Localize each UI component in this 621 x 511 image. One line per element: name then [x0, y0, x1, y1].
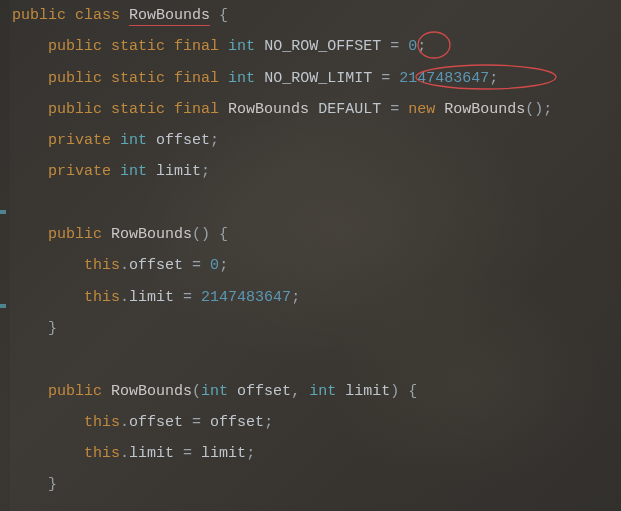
equals-op: =	[183, 445, 192, 462]
paren-open: (	[525, 101, 534, 118]
dot: .	[120, 414, 129, 431]
semicolon: ;	[291, 289, 300, 306]
comma: ,	[291, 383, 300, 400]
dot: .	[120, 445, 129, 462]
keyword-static: static	[111, 70, 165, 87]
type-int: int	[201, 383, 228, 400]
equals-op: =	[390, 101, 399, 118]
equals-op: =	[183, 289, 192, 306]
type-int: int	[228, 70, 255, 87]
literal-intmax: 2147483647	[399, 70, 489, 87]
keyword-private: private	[48, 132, 111, 149]
param-limit: limit	[201, 445, 246, 462]
ctor-rowbounds: RowBounds	[444, 101, 525, 118]
field-offset: offset	[156, 132, 210, 149]
classname-rowbounds: RowBounds	[129, 7, 210, 26]
paren-close: )	[390, 383, 399, 400]
keyword-final: final	[174, 70, 219, 87]
semicolon: ;	[264, 414, 273, 431]
type-int: int	[120, 132, 147, 149]
keyword-public: public	[48, 226, 102, 243]
semicolon: ;	[417, 38, 426, 55]
field-offset: offset	[129, 414, 183, 431]
keyword-public: public	[12, 7, 66, 24]
keyword-public: public	[48, 383, 102, 400]
equals-op: =	[381, 70, 390, 87]
semicolon: ;	[210, 132, 219, 149]
field-limit: limit	[156, 163, 201, 180]
dot: .	[120, 289, 129, 306]
param-offset: offset	[210, 414, 264, 431]
field-limit: limit	[129, 289, 174, 306]
equals-op: =	[390, 38, 399, 55]
keyword-this: this	[84, 257, 120, 274]
paren-open: (	[192, 383, 201, 400]
keyword-final: final	[174, 101, 219, 118]
field-offset: offset	[129, 257, 183, 274]
code-block: public class RowBounds { public static f…	[0, 0, 621, 501]
semicolon: ;	[219, 257, 228, 274]
literal-zero: 0	[408, 38, 417, 55]
semicolon: ;	[489, 70, 498, 87]
equals-op: =	[192, 257, 201, 274]
keyword-public: public	[48, 38, 102, 55]
keyword-final: final	[174, 38, 219, 55]
keyword-class: class	[75, 7, 120, 24]
ctor-name: RowBounds	[111, 226, 192, 243]
paren-close: )	[534, 101, 543, 118]
keyword-public: public	[48, 70, 102, 87]
brace-close: }	[48, 320, 57, 337]
paren-close: )	[201, 226, 210, 243]
type-int: int	[228, 38, 255, 55]
semicolon: ;	[201, 163, 210, 180]
brace-open: {	[219, 226, 228, 243]
keyword-this: this	[84, 414, 120, 431]
keyword-static: static	[111, 38, 165, 55]
brace-open: {	[219, 7, 228, 24]
keyword-this: this	[84, 445, 120, 462]
param-offset: offset	[237, 383, 291, 400]
paren-open: (	[192, 226, 201, 243]
semicolon: ;	[543, 101, 552, 118]
keyword-public: public	[48, 101, 102, 118]
literal-intmax: 2147483647	[201, 289, 291, 306]
keyword-static: static	[111, 101, 165, 118]
literal-zero: 0	[210, 257, 219, 274]
dot: .	[120, 257, 129, 274]
type-int: int	[120, 163, 147, 180]
equals-op: =	[192, 414, 201, 431]
ctor-name: RowBounds	[111, 383, 192, 400]
brace-close: }	[48, 476, 57, 493]
type-rowbounds: RowBounds	[228, 101, 309, 118]
keyword-new: new	[408, 101, 435, 118]
brace-open: {	[408, 383, 417, 400]
keyword-private: private	[48, 163, 111, 180]
type-int: int	[309, 383, 336, 400]
const-no-row-offset: NO_ROW_OFFSET	[264, 38, 381, 55]
field-limit: limit	[129, 445, 174, 462]
const-default: DEFAULT	[318, 101, 381, 118]
keyword-this: this	[84, 289, 120, 306]
semicolon: ;	[246, 445, 255, 462]
const-no-row-limit: NO_ROW_LIMIT	[264, 70, 372, 87]
param-limit: limit	[345, 383, 390, 400]
